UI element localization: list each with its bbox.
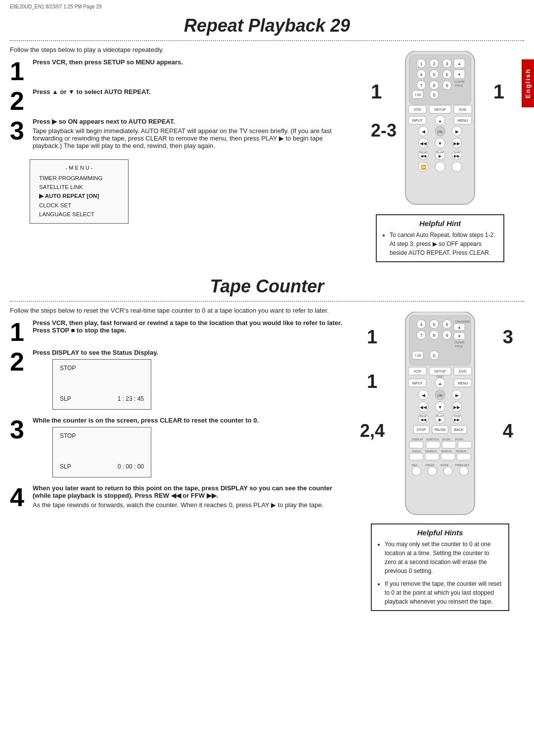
svg-text:⏪: ⏪ <box>421 164 427 170</box>
svg-text:4: 4 <box>420 322 422 327</box>
svg-text:VCR: VCR <box>414 370 421 373</box>
display1-slp: SLP <box>60 395 71 402</box>
svg-text:◀◀: ◀◀ <box>420 418 427 422</box>
svg-text:DISC: DISC <box>437 375 444 378</box>
svg-text:SEARCH: SEARCH <box>425 450 437 453</box>
section2-right: 1 3 1 2,4 4 4 5 6 TRACKING <box>356 307 524 611</box>
svg-text:MENU: MENU <box>458 119 468 122</box>
step2-num: 2 <box>10 88 29 114</box>
menu-title: - M E N U - <box>37 164 121 173</box>
display2-time: 0 : 00 : 00 <box>118 463 144 470</box>
menu-item-3: CLOCK SET <box>37 201 121 210</box>
svg-text:7: 7 <box>420 333 422 338</box>
svg-text:TIMER SET: TIMER SET <box>455 464 470 467</box>
section1: Repeat Playback 29 Follow the steps belo… <box>0 11 534 262</box>
helpful-hint-title1: Helpful Hint <box>383 219 497 228</box>
svg-text:▶▶: ▶▶ <box>453 405 460 410</box>
svg-text:DVD: DVD <box>459 108 467 111</box>
svg-text:◀: ◀ <box>422 393 425 398</box>
svg-text:◀◀: ◀◀ <box>420 154 427 158</box>
section2-left: Follow the steps below to reset the VCR'… <box>10 307 346 611</box>
s2-step4-bold: When you later want to return to this po… <box>33 484 346 499</box>
svg-text:TITLE: TITLE <box>455 345 463 348</box>
svg-text:0: 0 <box>433 353 435 358</box>
svg-text:MODE: MODE <box>441 464 449 467</box>
svg-text:AUDIO: AUDIO <box>455 438 464 441</box>
helpful-hints-item2-1: If you remove the tape, the counter will… <box>385 579 502 606</box>
helpful-hints-box2: Helpful Hints You may only set the count… <box>371 523 509 611</box>
remote1-label-1a: 1 <box>371 81 382 103</box>
s2-step3-num: 3 <box>10 417 29 442</box>
svg-text:2: 2 <box>433 61 435 66</box>
svg-text:CLEAR: CLEAR <box>454 341 465 344</box>
svg-text:▼: ▼ <box>458 334 461 338</box>
helpful-hint-item1-0: To cancel Auto Repeat, follow steps 1-2.… <box>390 231 497 257</box>
svg-text:ANGLE: ANGLE <box>412 450 421 453</box>
svg-text:PAUSE: PAUSE <box>434 428 446 431</box>
s2-step3-bold: While the counter is on the screen, pres… <box>33 417 346 424</box>
menu-item-4: LANGUAGE SELECT <box>37 210 121 219</box>
svg-text:7: 7 <box>420 83 422 88</box>
svg-text:9: 9 <box>445 83 448 88</box>
svg-text:▼: ▼ <box>458 73 461 76</box>
svg-point-155 <box>444 467 452 475</box>
english-tab: English <box>522 59 534 107</box>
remote1-svg: 1 2 3 ▲ 4 5 6 ▼ <box>396 51 485 209</box>
svg-text:5: 5 <box>433 322 435 327</box>
section2-intro: Follow the steps below to reset the VCR'… <box>10 307 346 314</box>
menu-item-2: ▶ AUTO REPEAT [ON] <box>37 191 121 200</box>
svg-text:DISPLAY: DISPLAY <box>412 438 423 441</box>
step3-num: 3 <box>10 118 29 143</box>
svg-text:9: 9 <box>445 333 448 338</box>
svg-rect-147 <box>441 453 455 460</box>
svg-text:ZOOM: ZOOM <box>442 438 450 441</box>
section1-left: Follow the steps below to play a videota… <box>10 46 346 262</box>
svg-text:0: 0 <box>433 93 435 97</box>
svg-text:▶▶: ▶▶ <box>453 141 460 146</box>
svg-text:SPEED: SPEED <box>425 464 435 467</box>
svg-text:▲: ▲ <box>438 381 442 386</box>
helpful-hint-list1: To cancel Auto Repeat, follow steps 1-2.… <box>383 231 497 257</box>
svg-text:INPUT: INPUT <box>412 119 423 122</box>
remote2-wrap: 1 3 1 2,4 4 4 5 6 TRACKING <box>381 312 499 520</box>
section2-step4: 4 When you later want to return to this … <box>10 484 346 511</box>
svg-text:4: 4 <box>420 72 422 77</box>
s2-step1-content: Press VCR, then play, fast forward or re… <box>33 319 346 336</box>
svg-text:VCR: VCR <box>414 108 421 111</box>
s2-step1-bold: Press VCR, then play, fast forward or re… <box>33 319 346 334</box>
r2-label-3: 3 <box>503 327 513 348</box>
svg-rect-148 <box>457 453 471 460</box>
svg-text:BACK: BACK <box>454 428 463 431</box>
section2-step3: 3 While the counter is on the screen, pr… <box>10 417 346 480</box>
svg-rect-139 <box>458 441 472 448</box>
svg-text:REPEAT: REPEAT <box>456 450 467 453</box>
display1-time: 1 : 23 : 45 <box>118 395 144 402</box>
helpful-hints-list2: You may only set the counter to 0 at one… <box>378 540 502 606</box>
section1-rule <box>10 40 524 41</box>
svg-point-154 <box>428 467 437 475</box>
svg-text:TITLE: TITLE <box>455 84 463 87</box>
section2-title: Tape Counter <box>30 272 504 299</box>
step1-bold: Press VCR, then press SETUP so MENU appe… <box>33 58 346 66</box>
svg-text:◀: ◀ <box>422 129 425 134</box>
remote1-label-1b: 1 <box>493 81 504 103</box>
helpful-hints-item2-0: You may only set the counter to 0 at one… <box>385 540 502 575</box>
svg-text:▶: ▶ <box>439 154 442 158</box>
svg-text:▶: ▶ <box>455 393 459 398</box>
svg-text:5: 5 <box>433 72 435 77</box>
svg-text:STOP: STOP <box>417 428 426 431</box>
svg-point-65 <box>435 162 445 172</box>
menu-item-1: SATELLITE LINK <box>37 183 121 191</box>
svg-rect-138 <box>442 441 456 448</box>
step1-num: 1 <box>10 58 29 84</box>
section1-intro: Follow the steps below to play a videota… <box>10 46 346 53</box>
section1-title: Repeat Playback 29 <box>30 11 504 38</box>
s2-step4-body: As the tape rewinds or forwards, watch t… <box>33 501 346 509</box>
svg-text:▼: ▼ <box>438 141 443 146</box>
svg-text:◀◀: ◀◀ <box>420 405 427 410</box>
svg-text:6: 6 <box>445 322 448 327</box>
display2-slp: SLP <box>60 463 71 470</box>
r2-label-4: 4 <box>503 421 513 442</box>
helpful-hints-title2: Helpful Hints <box>378 528 502 537</box>
svg-text:8: 8 <box>433 333 435 338</box>
